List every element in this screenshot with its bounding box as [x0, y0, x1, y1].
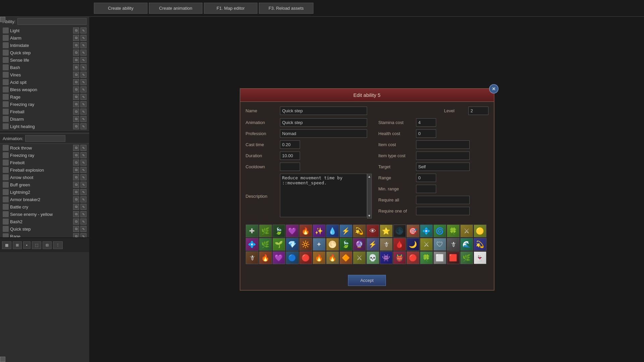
animation-list-item[interactable]: Freezing ray⧉✎	[0, 152, 89, 159]
edit-button[interactable]: ✎	[80, 27, 86, 34]
min-range-input[interactable]	[416, 185, 436, 193]
animation-list-item[interactable]: Lightning2⧉✎	[0, 188, 89, 196]
icon-cell[interactable]: 🗡	[246, 251, 258, 264]
edit-button[interactable]: ✎	[80, 35, 86, 41]
animation-list-item[interactable]: Battle cry⧉✎	[0, 203, 89, 210]
icon-cell[interactable]: 👁	[366, 225, 379, 237]
edit-button[interactable]: ✎	[80, 204, 86, 210]
edit-button[interactable]: ✎	[80, 167, 86, 173]
edit-button[interactable]: ✎	[80, 101, 86, 107]
copy-button[interactable]: ⧉	[73, 109, 79, 115]
create-ability-button[interactable]: Create ability	[94, 3, 148, 14]
animation-list-item[interactable]: Rock throw⧉✎	[0, 144, 89, 152]
edit-button[interactable]: ✎	[80, 152, 86, 158]
copy-button[interactable]: ⧉	[73, 182, 79, 188]
edit-button[interactable]: ✎	[80, 50, 86, 56]
copy-button[interactable]: ⧉	[73, 101, 79, 107]
icon-cell[interactable]: 🍀	[420, 251, 433, 264]
animation-input[interactable]	[280, 118, 367, 127]
edit-button[interactable]: ✎	[80, 189, 86, 195]
ability-list-item[interactable]: Rage⧉✎	[0, 93, 89, 101]
health-cost-input[interactable]	[416, 129, 436, 138]
require-one-of-input[interactable]	[416, 207, 470, 215]
copy-button[interactable]: ⧉	[73, 50, 79, 56]
icon-cell[interactable]: 🍃	[273, 225, 285, 237]
animation-list-item[interactable]: Arrow shoot⧉✎	[0, 174, 89, 181]
icon-cell[interactable]: 🌱	[273, 238, 285, 251]
toolbar-btn-3[interactable]: ▪	[23, 241, 31, 249]
description-scrollbar[interactable]: ▲ ▼	[367, 174, 372, 219]
edit-button[interactable]: ✎	[80, 233, 86, 237]
description-textarea[interactable]	[280, 174, 367, 217]
icon-cell[interactable]: 🩸	[393, 238, 406, 251]
icon-cell[interactable]: 🛡	[433, 238, 446, 251]
copy-button[interactable]: ⧉	[73, 57, 79, 63]
ability-list-item[interactable]: Intimidate⧉✎	[0, 42, 89, 49]
copy-button[interactable]: ⧉	[73, 35, 79, 41]
icon-cell[interactable]: ✦	[313, 238, 326, 251]
ability-list-item[interactable]: Bash⧉✎	[0, 64, 89, 71]
icon-cell[interactable]: 🔶	[340, 251, 352, 264]
edit-button[interactable]: ✎	[80, 211, 86, 217]
edit-button[interactable]: ✎	[80, 86, 86, 93]
icon-cell[interactable]: ⚔	[420, 238, 433, 251]
icon-cell[interactable]: ✚	[246, 225, 258, 237]
copy-button[interactable]: ⧉	[73, 123, 79, 129]
icon-cell[interactable]: 🎯	[407, 225, 419, 237]
modal-close-button[interactable]: ✕	[489, 84, 499, 94]
icon-cell[interactable]: ⚡	[340, 225, 352, 237]
icon-cell[interactable]: 🌿	[259, 225, 272, 237]
icon-cell[interactable]: ⭐	[380, 225, 393, 237]
toolbar-btn-6[interactable]: ⋮	[53, 241, 63, 249]
icon-cell[interactable]: 🔮	[353, 238, 366, 251]
icon-cell[interactable]: 🌿	[259, 238, 272, 251]
copy-button[interactable]: ⧉	[73, 27, 79, 34]
copy-button[interactable]: ⧉	[73, 86, 79, 93]
icon-cell[interactable]: 🔵	[286, 251, 299, 264]
icon-cell[interactable]: 🌊	[460, 238, 473, 251]
accept-button[interactable]: Accept	[348, 275, 386, 286]
icon-cell[interactable]: 💜	[286, 225, 299, 237]
icon-cell[interactable]: 🟥	[447, 251, 460, 264]
icon-cell[interactable]: 🔥	[299, 225, 312, 237]
copy-button[interactable]: ⧉	[73, 219, 79, 225]
icon-cell[interactable]: ✨	[313, 225, 326, 237]
icon-cell[interactable]: 🔴	[407, 251, 419, 264]
icon-cell[interactable]: ⚔	[460, 225, 473, 237]
copy-button[interactable]: ⧉	[73, 42, 79, 48]
icon-cell[interactable]: 🔥	[259, 251, 272, 264]
toolbar-btn-2[interactable]: ⊞	[13, 241, 22, 249]
ability-list-item[interactable]: Quick step⧉✎	[0, 49, 89, 56]
scroll-up-icon[interactable]: ▲	[368, 175, 371, 178]
edit-button[interactable]: ✎	[80, 42, 86, 48]
icon-cell[interactable]: 💠	[420, 225, 433, 237]
edit-button[interactable]: ✎	[80, 109, 86, 115]
icon-cell[interactable]: 💀	[366, 251, 379, 264]
icon-cell[interactable]: 🔴	[299, 251, 312, 264]
icon-cell[interactable]: 💜	[273, 251, 285, 264]
icon-cell[interactable]: 👾	[380, 251, 393, 264]
ability-list-item[interactable]: Bless weapon⧉✎	[0, 86, 89, 93]
icon-cell[interactable]: 🗡	[380, 238, 393, 251]
icon-cell[interactable]: 🗡	[447, 238, 460, 251]
cooldown-input[interactable]	[280, 163, 300, 171]
icon-cell[interactable]: 🟡	[474, 225, 486, 237]
animation-list-item[interactable]: Firebolt⧉✎	[0, 159, 89, 166]
duration-input[interactable]	[280, 152, 300, 160]
icon-cell[interactable]: 💫	[353, 225, 366, 237]
copy-button[interactable]: ⧉	[73, 145, 79, 151]
edit-button[interactable]: ✎	[80, 196, 86, 202]
toolbar-btn-4[interactable]: ⬚	[32, 241, 41, 249]
copy-button[interactable]: ⧉	[73, 79, 79, 85]
copy-button[interactable]: ⧉	[73, 174, 79, 180]
edit-button[interactable]: ✎	[80, 226, 86, 232]
copy-button[interactable]: ⧉	[73, 211, 79, 217]
ability-list-item[interactable]: Disarm⧉✎	[0, 115, 89, 123]
edit-button[interactable]: ✎	[80, 116, 86, 122]
edit-button[interactable]: ✎	[80, 182, 86, 188]
icon-cell[interactable]: 🌀	[433, 225, 446, 237]
target-input[interactable]	[416, 163, 470, 171]
map-editor-button[interactable]: F1. Map editor	[204, 3, 257, 14]
copy-button[interactable]: ⧉	[73, 226, 79, 232]
copy-button[interactable]: ⧉	[73, 167, 79, 173]
